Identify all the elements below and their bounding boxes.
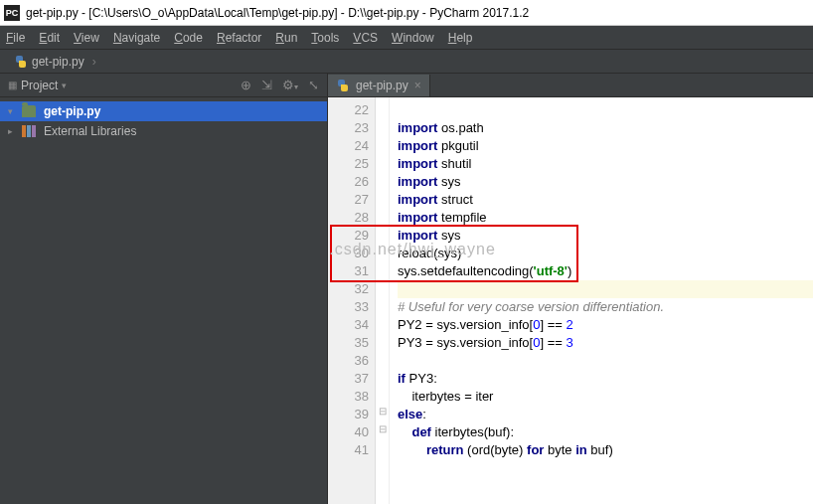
fold-marker[interactable]: ⊟ bbox=[376, 402, 389, 420]
project-tool-chevron-icon[interactable]: ▦ bbox=[8, 80, 17, 90]
menu-file[interactable]: File bbox=[6, 31, 25, 45]
menu-help[interactable]: Help bbox=[448, 31, 473, 45]
python-file-icon bbox=[336, 79, 350, 92]
dropdown-icon[interactable]: ▾ bbox=[62, 81, 67, 90]
fold-marker[interactable] bbox=[376, 294, 389, 312]
line-number: 22 bbox=[328, 101, 369, 119]
fold-marker[interactable] bbox=[376, 205, 389, 223]
expand-down-icon[interactable]: ⇲ bbox=[261, 78, 272, 92]
fold-marker[interactable] bbox=[376, 133, 389, 151]
code-content[interactable]: import os.pathimport pkgutilimport shuti… bbox=[390, 97, 813, 504]
line-number: 30 bbox=[328, 245, 369, 262]
tree-node-label: get-pip.py bbox=[44, 104, 100, 118]
code-line[interactable]: # Useful for very coarse version differe… bbox=[398, 298, 813, 316]
code-line[interactable]: import sys bbox=[398, 227, 813, 245]
fold-gutter[interactable]: ⊟⊟ bbox=[376, 97, 390, 504]
line-number: 39 bbox=[328, 406, 369, 423]
menu-vcs[interactable]: VCS bbox=[353, 31, 378, 45]
line-number: 24 bbox=[328, 137, 369, 155]
project-tool-header: ▦ Project ▾ ⊕ ⇲ ⚙▾ ⤡ bbox=[0, 74, 327, 97]
fold-marker[interactable] bbox=[376, 115, 389, 133]
fold-marker[interactable] bbox=[376, 151, 389, 169]
fold-marker[interactable] bbox=[376, 366, 389, 384]
tree-node-label: External Libraries bbox=[44, 124, 136, 138]
code-line[interactable]: reload(sys) bbox=[398, 245, 813, 262]
line-number: 40 bbox=[328, 423, 369, 441]
code-line[interactable]: import sys bbox=[398, 173, 813, 191]
line-number: 28 bbox=[328, 209, 369, 227]
menu-run[interactable]: Run bbox=[275, 31, 297, 45]
editor-tab[interactable]: get-pip.py × bbox=[328, 75, 430, 96]
code-line[interactable]: return (ord(byte) for byte in buf) bbox=[398, 441, 813, 459]
collapse-icon[interactable]: ⤡ bbox=[308, 78, 319, 92]
breadcrumb-item[interactable]: get-pip.py bbox=[8, 55, 102, 69]
tab-label: get-pip.py bbox=[356, 79, 408, 92]
close-icon[interactable]: × bbox=[414, 79, 421, 92]
code-line[interactable]: import shutil bbox=[398, 155, 813, 173]
fold-marker[interactable] bbox=[376, 312, 389, 330]
code-line[interactable]: sys.setdefaultencoding('utf-8') bbox=[398, 262, 813, 280]
menu-tools[interactable]: Tools bbox=[311, 31, 339, 45]
libraries-icon bbox=[22, 125, 36, 137]
code-line[interactable]: def iterbytes(buf): bbox=[398, 423, 813, 441]
python-folder-icon bbox=[22, 105, 36, 117]
fold-marker[interactable] bbox=[376, 348, 389, 366]
project-tool-window: ▦ Project ▾ ⊕ ⇲ ⚙▾ ⤡ ▾get-pip.py▸Externa… bbox=[0, 74, 328, 504]
code-line[interactable]: else: bbox=[398, 406, 813, 423]
code-line[interactable]: import pkgutil bbox=[398, 137, 813, 155]
line-number-gutter: 2223242526272829303132333435363738394041 bbox=[328, 97, 376, 504]
fold-marker[interactable] bbox=[376, 276, 389, 294]
menu-refactor[interactable]: Refactor bbox=[217, 31, 261, 45]
code-editor[interactable]: http://blog.csdn.net/hwj_wayne 222324252… bbox=[328, 97, 813, 504]
app-icon: PC bbox=[4, 5, 20, 21]
tree-toggle-icon[interactable]: ▾ bbox=[8, 106, 18, 116]
tree-node[interactable]: ▸External Libraries bbox=[0, 121, 327, 141]
editor-tabs: get-pip.py × bbox=[328, 74, 813, 97]
line-number: 35 bbox=[328, 334, 369, 352]
project-tree[interactable]: ▾get-pip.py▸External Libraries bbox=[0, 97, 327, 145]
fold-marker[interactable] bbox=[376, 169, 389, 187]
window-titlebar: PC get-pip.py - [C:\Users\O_o\AppData\Lo… bbox=[0, 0, 813, 26]
code-line[interactable]: PY2 = sys.version_info[0] == 2 bbox=[398, 316, 813, 334]
fold-marker[interactable] bbox=[376, 187, 389, 205]
line-number: 25 bbox=[328, 155, 369, 173]
fold-marker[interactable] bbox=[376, 384, 389, 402]
project-tool-title: Project bbox=[21, 79, 58, 92]
editor-pane: get-pip.py × http://blog.csdn.net/hwj_wa… bbox=[328, 74, 813, 504]
line-number: 33 bbox=[328, 298, 369, 316]
breadcrumb-label: get-pip.py bbox=[32, 55, 84, 69]
fold-marker[interactable]: ⊟ bbox=[376, 420, 389, 437]
code-line[interactable]: import tempfile bbox=[398, 209, 813, 227]
code-line[interactable]: import os.path bbox=[398, 119, 813, 137]
menu-view[interactable]: View bbox=[74, 31, 99, 45]
line-number: 41 bbox=[328, 441, 369, 459]
menu-code[interactable]: Code bbox=[174, 31, 203, 45]
code-line[interactable] bbox=[398, 101, 813, 119]
menu-navigate[interactable]: Navigate bbox=[113, 31, 160, 45]
fold-marker[interactable] bbox=[376, 97, 389, 115]
code-line[interactable]: if PY3: bbox=[398, 370, 813, 388]
line-number: 29 bbox=[328, 227, 369, 245]
line-number: 32 bbox=[328, 280, 369, 298]
window-title: get-pip.py - [C:\Users\O_o\AppData\Local… bbox=[26, 6, 529, 20]
target-icon[interactable]: ⊕ bbox=[241, 78, 251, 92]
line-number: 27 bbox=[328, 191, 369, 209]
main-menu: FileEditViewNavigateCodeRefactorRunTools… bbox=[0, 26, 813, 50]
code-line[interactable] bbox=[398, 280, 813, 298]
menu-window[interactable]: Window bbox=[392, 31, 434, 45]
menu-edit[interactable]: Edit bbox=[39, 31, 60, 45]
fold-marker[interactable] bbox=[376, 241, 389, 258]
code-line[interactable] bbox=[398, 352, 813, 370]
gear-icon[interactable]: ⚙▾ bbox=[282, 78, 298, 92]
fold-marker[interactable] bbox=[376, 437, 389, 455]
fold-marker[interactable] bbox=[376, 258, 389, 276]
fold-marker[interactable] bbox=[376, 330, 389, 348]
line-number: 36 bbox=[328, 352, 369, 370]
tree-toggle-icon[interactable]: ▸ bbox=[8, 126, 18, 136]
code-line[interactable]: iterbytes = iter bbox=[398, 388, 813, 406]
tree-node[interactable]: ▾get-pip.py bbox=[0, 101, 327, 121]
breadcrumb-bar: get-pip.py bbox=[0, 50, 813, 74]
code-line[interactable]: import struct bbox=[398, 191, 813, 209]
fold-marker[interactable] bbox=[376, 223, 389, 241]
code-line[interactable]: PY3 = sys.version_info[0] == 3 bbox=[398, 334, 813, 352]
